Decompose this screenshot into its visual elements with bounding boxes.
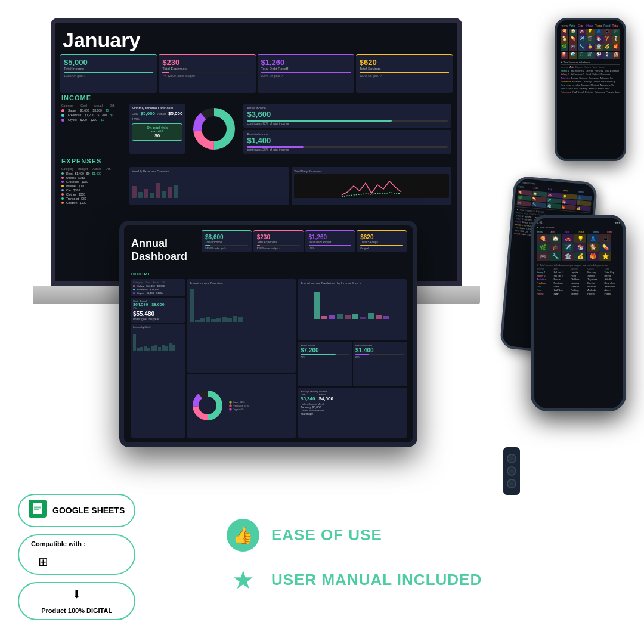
laptop-kpi-savings-label: Total Savings: [360, 67, 449, 70]
phone-camera-bump: [503, 447, 520, 495]
google-sheets-badge: GOOGLE SHEETS: [18, 494, 135, 527]
phone-front-right: 9:41●●● ▼ Total Incomes Items Acts Exp H…: [531, 215, 626, 411]
compatible-icons: ⊞: [31, 555, 55, 569]
ease-of-use-label: EASE OF USE: [271, 526, 382, 544]
star-icon: ★: [227, 564, 259, 596]
bottom-badges: GOOGLE SHEETS Compatible with : ⊞ ⬇ Prod…: [18, 494, 135, 620]
tablet-kpi-savings: $620 Total Savings On goal: [357, 230, 407, 252]
svg-rect-8: [314, 292, 320, 319]
google-sheets-icon: [29, 500, 47, 521]
google-sheets-label: GOOGLE SHEETS: [52, 506, 125, 515]
svg-rect-9: [321, 316, 327, 319]
svg-rect-22: [34, 509, 39, 510]
tablet-bar-chart: [301, 286, 404, 322]
svg-rect-21: [34, 507, 41, 509]
laptop-passive-income: $1,400: [247, 136, 448, 145]
tablet-title: AnnualDashboard: [131, 237, 187, 263]
svg-rect-10: [329, 315, 335, 319]
tablet-avg-actual: $4,500: [318, 396, 333, 401]
laptop-income-title: INCOME: [55, 93, 457, 103]
laptop-kpi-expenses-amount: $230: [162, 58, 252, 67]
phone-top-right: Items Acts Exp Hous Trans Food Total 🍕 🏠…: [555, 18, 626, 161]
user-manual-feature: ★ USER MANUAL INCLUDED: [227, 564, 482, 596]
tablet-active-income: $7,200: [301, 347, 349, 354]
compatible-badge: Compatible with : ⊞: [18, 534, 135, 575]
laptop-kpi-debt: $1,260 Total Debt Payoff 100% On goal ✓: [258, 54, 354, 93]
laptop-kpi-debt-label: Total Debt Payoff: [261, 67, 351, 70]
camera-lens-1: [507, 454, 516, 463]
laptop-kpi-savings: $620 Total Savings 100% On goal! ✓: [356, 54, 453, 93]
laptop-active-income: $3,600: [247, 110, 448, 119]
tablet-kpi-income: $8,600 Total Income $43400 under goal ↓: [202, 230, 252, 252]
features-section: 👍 EASE OF USE ★ USER MANUAL INCLUDED: [227, 519, 482, 596]
laptop-kpi-savings-amount: $620: [360, 58, 449, 67]
ease-of-use-feature: 👍 EASE OF USE: [227, 519, 482, 552]
camera-lens-3: [507, 479, 516, 488]
svg-rect-20: [34, 506, 41, 507]
laptop-month: January: [63, 29, 140, 52]
laptop-kpi-income: $5,000 Total Income 100% On goal ✓: [60, 54, 157, 93]
svg-rect-15: [368, 313, 374, 319]
digital-badge: ⬇ Product 100% DIGITAL: [18, 582, 135, 620]
download-icon: ⬇: [72, 588, 81, 601]
tablet-kpi-debt: $1,260 Total Debt Payoff 100%: [305, 230, 355, 252]
compatible-title: Compatible with :: [31, 540, 86, 547]
svg-rect-19: [33, 503, 42, 514]
camera-lens-2: [507, 466, 516, 476]
laptop-kpi-debt-amount: $1,260: [261, 58, 351, 67]
thumbsup-icon: 👍: [227, 519, 259, 552]
laptop-kpi-expenses: $230 Total Expenses 7% $2690 under budge…: [159, 54, 255, 93]
digital-label: Product 100% DIGITAL: [41, 607, 112, 614]
laptop-kpi-expenses-label: Total Expenses: [162, 67, 252, 70]
laptop-kpi-income-amount: $5,000: [64, 58, 153, 67]
tablet-under-goal: $55,480: [133, 311, 183, 317]
svg-rect-14: [360, 317, 366, 319]
laptop-donut-chart: [190, 105, 238, 153]
tablet-donut-chart: [190, 388, 225, 423]
tablet-passive-income: $1,400: [355, 347, 404, 354]
tablet-kpi-expenses: $230 Total Expenses $2890 under budget ↓: [253, 230, 304, 252]
user-manual-label: USER MANUAL INCLUDED: [271, 571, 482, 589]
tablet-income-title: INCOME: [131, 272, 151, 276]
expenses-line-chart: [294, 174, 449, 198]
laptop-kpi-income-label: Total Income: [64, 67, 153, 70]
tablet-lowest-month: March $0: [301, 412, 404, 416]
svg-rect-12: [345, 315, 351, 319]
svg-rect-17: [383, 316, 389, 319]
svg-rect-11: [337, 314, 343, 319]
windows-icon: ⊞: [38, 555, 48, 569]
svg-rect-16: [376, 315, 382, 319]
laptop-expenses-title: EXPENSES: [55, 155, 457, 166]
tablet-avg-monthly: $5,340: [301, 396, 315, 401]
tablet: AnnualDashboard $8,600 Total Income $434…: [119, 221, 417, 447]
tablet-under-goal-label: under goal this year: [133, 317, 183, 321]
svg-rect-13: [352, 314, 358, 319]
